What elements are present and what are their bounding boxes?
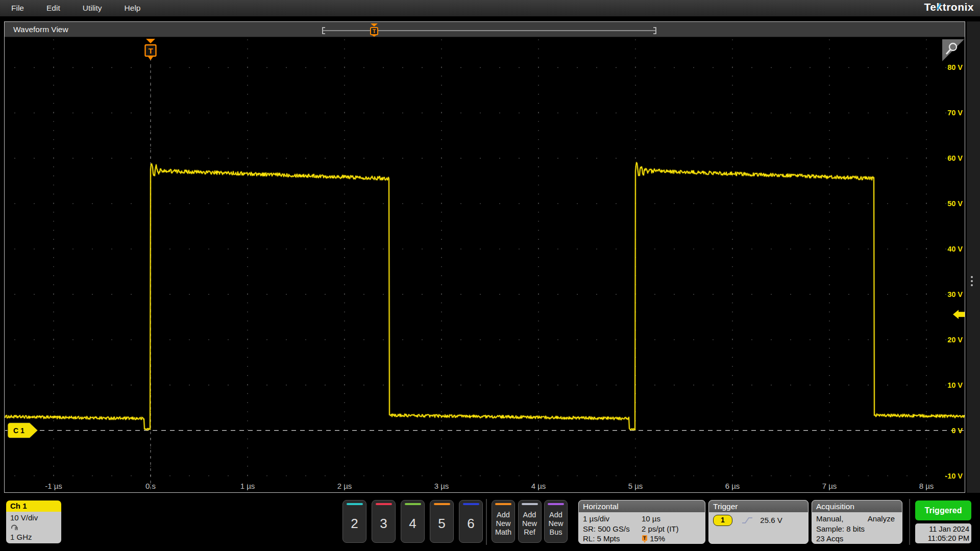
acquisition-analyze: Analyze bbox=[868, 514, 895, 524]
settings-bar: Ch 1 10 V/div 1 GHz 23456 AddNewMathAddN… bbox=[0, 495, 980, 551]
horizontal-sample-rate: SR: 500 GS/s bbox=[583, 524, 630, 533]
right-edge-strip bbox=[967, 21, 980, 493]
acquisition-panel-title: Acquisition bbox=[812, 500, 902, 512]
svg-text:C 1: C 1 bbox=[13, 427, 24, 435]
x-axis-label: 8 µs bbox=[919, 482, 934, 490]
waveform-view-panel: Waveform View T 80 V70 V60 V50 V40 V30 V… bbox=[4, 21, 965, 493]
add-button-label: AddNewRef bbox=[522, 505, 537, 542]
trigger-position-value: 15% bbox=[650, 534, 665, 543]
menu-items: FileEditUtilityHelp bbox=[0, 0, 152, 16]
channel-button-3[interactable]: 3 bbox=[372, 500, 396, 543]
add-button-label: AddNewBus bbox=[548, 505, 563, 542]
channel-badge-ch1[interactable]: Ch 1 10 V/div 1 GHz bbox=[6, 500, 61, 543]
waveform-trace-ch1 bbox=[5, 163, 965, 430]
add-button-label: AddNewMath bbox=[495, 505, 511, 542]
logo-text: Te bbox=[924, 1, 937, 13]
triggered-status-badge: Triggered bbox=[915, 500, 971, 520]
horizontal-window: 10 µs bbox=[642, 514, 660, 524]
probe-icon bbox=[10, 523, 19, 530]
handle-dot bbox=[971, 276, 973, 278]
logo-text: tronix bbox=[943, 1, 974, 13]
y-axis-label: 20 V bbox=[947, 336, 963, 344]
add-new-bus-button[interactable]: AddNewBus bbox=[544, 500, 568, 543]
x-axis-label: 5 µs bbox=[628, 482, 643, 490]
y-axis-label: 0 V bbox=[951, 427, 963, 435]
x-axis-label: 7 µs bbox=[822, 482, 837, 490]
horizontal-panel-title: Horizontal bbox=[579, 500, 705, 512]
channel-button-5[interactable]: 5 bbox=[430, 500, 454, 543]
x-axis-label: 6 µs bbox=[725, 482, 740, 490]
trigger-source-badge: 1 bbox=[713, 515, 732, 526]
x-axis-label: -1 µs bbox=[45, 482, 62, 490]
horizontal-position-scrollbar[interactable]: T bbox=[318, 23, 662, 37]
trigger-position-flag[interactable]: T bbox=[145, 39, 156, 60]
channel-button-2[interactable]: 2 bbox=[342, 500, 366, 543]
acquisition-count: 23 Acqs bbox=[816, 534, 902, 544]
divider bbox=[486, 499, 487, 545]
channel-button-label: 2 bbox=[351, 505, 358, 542]
logo-k: k bbox=[936, 1, 942, 13]
horizontal-trigger-position: 15% bbox=[642, 534, 665, 544]
y-axis-label: 70 V bbox=[947, 109, 963, 117]
menu-item-utility[interactable]: Utility bbox=[71, 0, 113, 16]
trigger-panel-title: Trigger bbox=[709, 500, 808, 512]
x-axis-label: 4 µs bbox=[531, 482, 546, 490]
trigger-panel[interactable]: Trigger 1 25.6 V bbox=[708, 500, 808, 544]
y-axis-label: 40 V bbox=[947, 245, 963, 253]
horizontal-scale: 1 µs/div bbox=[583, 514, 609, 523]
horizontal-panel[interactable]: Horizontal 1 µs/div 10 µs SR: 500 GS/s 2… bbox=[578, 500, 705, 544]
channel-button-label: 5 bbox=[438, 505, 445, 542]
channel-button-label: 6 bbox=[467, 505, 474, 542]
svg-text:T: T bbox=[373, 28, 376, 34]
x-axis-label: 3 µs bbox=[434, 482, 449, 490]
x-axis-label: 2 µs bbox=[337, 482, 352, 490]
channel-button-label: 3 bbox=[380, 505, 387, 542]
acquisition-panel-body: Manual, Analyze Sample: 8 bits 23 Acqs bbox=[812, 512, 902, 544]
horizontal-resolution: 2 ps/pt (IT) bbox=[642, 524, 679, 534]
menu-item-edit[interactable]: Edit bbox=[35, 0, 71, 16]
divider bbox=[909, 499, 910, 545]
handle-dot bbox=[971, 280, 973, 282]
x-axis-label: 0 s bbox=[145, 482, 156, 490]
channel-scale: 10 V/div bbox=[10, 513, 61, 522]
menu-item-file[interactable]: File bbox=[0, 0, 35, 16]
y-axis-label: 10 V bbox=[947, 381, 963, 389]
y-axis-label: 50 V bbox=[947, 199, 963, 208]
y-axis-label: 60 V bbox=[947, 154, 963, 162]
horizontal-record-length: RL: 5 Mpts bbox=[583, 534, 620, 543]
y-axis-label: 30 V bbox=[947, 290, 963, 298]
x-axis-label: 1 µs bbox=[240, 482, 255, 490]
acquisition-panel[interactable]: Acquisition Manual, Analyze Sample: 8 bi… bbox=[812, 500, 902, 544]
panel-resize-handle[interactable] bbox=[968, 273, 976, 289]
acquisition-sample: Sample: 8 bits bbox=[816, 524, 902, 534]
menu-item-help[interactable]: Help bbox=[113, 0, 152, 16]
channel-button-6[interactable]: 6 bbox=[459, 500, 483, 543]
scrollbar-trigger-marker-icon[interactable]: T bbox=[371, 23, 378, 37]
rising-edge-slope-icon bbox=[742, 516, 753, 524]
time-text: 11:05:20 PM bbox=[915, 534, 969, 543]
menu-bar: FileEditUtilityHelp Tektronix bbox=[0, 0, 980, 16]
graticule: 80 V70 V60 V50 V40 V30 V20 V10 V0 V-10 V… bbox=[5, 38, 965, 492]
waveform-trace-ch1-glow bbox=[5, 163, 965, 430]
date-text: 11 Jan 2024 bbox=[915, 524, 969, 534]
handle-dot bbox=[971, 284, 973, 286]
tekscope-screen: { "menu": { "items": ["File", "Edit", "U… bbox=[0, 0, 980, 551]
y-axis-label: -10 V bbox=[945, 472, 963, 480]
tektronix-logo: Tektronix bbox=[924, 1, 974, 13]
add-new-ref-button[interactable]: AddNewRef bbox=[518, 500, 542, 543]
channel-button-label: 4 bbox=[409, 505, 416, 542]
channel-button-4[interactable]: 4 bbox=[401, 500, 425, 543]
waveform-view-title: Waveform View bbox=[5, 25, 68, 34]
horizontal-panel-body: 1 µs/div 10 µs SR: 500 GS/s 2 ps/pt (IT)… bbox=[579, 512, 705, 544]
acquisition-mode: Manual, bbox=[816, 514, 843, 524]
trigger-panel-body: 1 25.6 V bbox=[709, 512, 808, 526]
svg-text:T: T bbox=[148, 46, 153, 55]
channel-badge-body: 10 V/div 1 GHz bbox=[6, 512, 61, 543]
trigger-level-arrow[interactable] bbox=[953, 310, 965, 319]
y-axis-label: 80 V bbox=[947, 63, 963, 71]
channel-ref-badge-c1[interactable]: C 1 bbox=[8, 423, 38, 438]
waveform-view-titlebar: Waveform View T bbox=[5, 22, 965, 37]
datetime-display: 11 Jan 2024 11:05:20 PM bbox=[915, 523, 971, 543]
add-new-math-button[interactable]: AddNewMath bbox=[492, 500, 515, 543]
channel-badge-title: Ch 1 bbox=[6, 500, 61, 512]
